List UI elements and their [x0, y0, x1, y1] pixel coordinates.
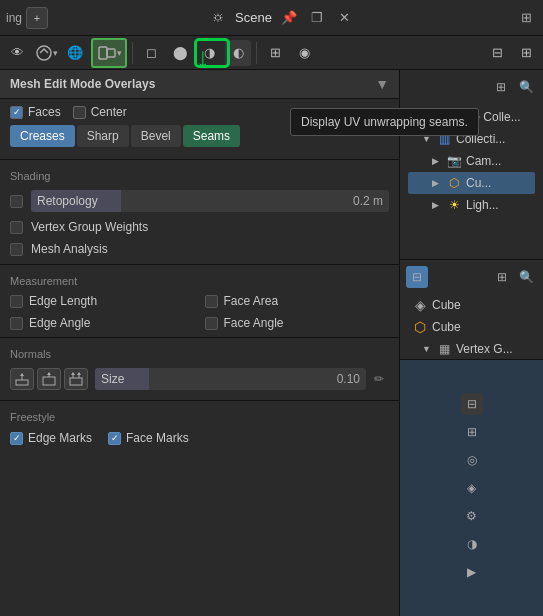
- edge-angle-item[interactable]: Edge Angle: [10, 313, 195, 333]
- normals-icons-row: Size 0.10 ✏: [10, 368, 389, 390]
- gizmo-icon[interactable]: 🌐: [62, 40, 88, 66]
- cube-prop-label-2: Cube: [432, 320, 531, 334]
- svg-rect-9: [70, 378, 82, 385]
- close-icon[interactable]: ✕: [334, 7, 356, 29]
- side-icon-2[interactable]: ⊞: [461, 421, 483, 443]
- properties-panel: ⊟ ⊞ 🔍 ◈ Cube ⬡ Cube ▼ ▦: [400, 260, 543, 360]
- svg-marker-5: [20, 373, 24, 376]
- mesh-analysis-checkbox[interactable]: [10, 243, 23, 256]
- outliner-filter-icon[interactable]: ⊞: [490, 76, 512, 98]
- faces-checkbox-label[interactable]: ✓ Faces: [10, 105, 61, 119]
- vg-expand-icon: ▼: [422, 344, 432, 354]
- face-angle-label: Face Angle: [224, 316, 284, 330]
- viewport-display-icon[interactable]: ◻: [138, 40, 164, 66]
- side-icon-1[interactable]: ⊟: [461, 393, 483, 415]
- properties-icon-1[interactable]: ⊞: [491, 266, 513, 288]
- face-marks-label[interactable]: ✓ Face Marks: [108, 431, 189, 445]
- right-panel: ⊞ 🔍 ▼ ▥ Scene Colle... ▼ ▥ Collecti... ▶…: [400, 70, 543, 616]
- faces-checkbox[interactable]: ✓: [10, 106, 23, 119]
- properties-vertex-group[interactable]: ▼ ▦ Vertex G...: [408, 338, 535, 360]
- side-icon-6[interactable]: ◑: [461, 533, 483, 555]
- right-icon-2[interactable]: ⊞: [513, 40, 539, 66]
- retopology-value: 0.2 m: [353, 194, 383, 208]
- render-mode-rendered[interactable]: ◐: [225, 40, 251, 66]
- vertex-group-checkbox[interactable]: [10, 221, 23, 234]
- view-toggle-icon[interactable]: ⊞: [515, 7, 537, 29]
- viewport-shading-icon[interactable]: 👁: [4, 40, 30, 66]
- edge-marks-checkbox[interactable]: ✓: [10, 432, 23, 445]
- outliner-camera[interactable]: ▶ 📷 Cam...: [408, 150, 535, 172]
- edge-marks-text: Edge Marks: [28, 431, 92, 445]
- vertex-group-prop-label: Vertex G...: [456, 342, 531, 356]
- properties-scene-icon[interactable]: ⊟: [406, 266, 428, 288]
- main-content: Mesh Edit Mode Overlays ▼ ✓ Faces Center…: [0, 70, 543, 616]
- edge-length-item[interactable]: Edge Length: [10, 291, 195, 311]
- normals-edit-icon[interactable]: ✏: [369, 368, 389, 390]
- properties-cube-2[interactable]: ⬡ Cube: [408, 316, 535, 338]
- add-button[interactable]: +: [26, 7, 48, 29]
- outliner-cube[interactable]: ▶ ⬡ Cu...: [408, 172, 535, 194]
- outliner-search-icon[interactable]: 🔍: [515, 76, 537, 98]
- outliner-header-icons: ⊞ 🔍: [404, 74, 539, 100]
- faces-label: Faces: [28, 105, 61, 119]
- vertex-group-label: Vertex Group Weights: [31, 220, 389, 234]
- side-icon-3[interactable]: ◎: [461, 449, 483, 471]
- normals-size-slider[interactable]: Size 0.10: [95, 368, 366, 390]
- panel-close-button[interactable]: ▼: [375, 76, 389, 92]
- normals-split-icon[interactable]: [64, 368, 88, 390]
- side-icon-4[interactable]: ◈: [461, 477, 483, 499]
- properties-cube-1[interactable]: ◈ Cube: [408, 294, 535, 316]
- expand-icon-3: ▶: [432, 156, 442, 166]
- bevel-tab[interactable]: Bevel: [131, 125, 181, 147]
- face-marks-checkbox[interactable]: ✓: [108, 432, 121, 445]
- seams-tab[interactable]: Seams: [183, 125, 240, 147]
- face-angle-checkbox[interactable]: [205, 317, 218, 330]
- proportional-icon[interactable]: ◉: [291, 40, 317, 66]
- retopology-checkbox[interactable]: [10, 195, 23, 208]
- edge-marks-label[interactable]: ✓ Edge Marks: [10, 431, 92, 445]
- edge-angle-checkbox[interactable]: [10, 317, 23, 330]
- properties-list: ◈ Cube ⬡ Cube ▼ ▦ Vertex G...: [404, 290, 539, 364]
- normals-face-icon[interactable]: [37, 368, 61, 390]
- pin-icon[interactable]: 📌: [278, 7, 300, 29]
- center-checkbox[interactable]: [73, 106, 86, 119]
- edge-angle-label: Edge Angle: [29, 316, 90, 330]
- copy-icon[interactable]: ❐: [306, 7, 328, 29]
- divider-4: [0, 400, 399, 401]
- size-label: Size: [101, 372, 337, 386]
- side-icon-7[interactable]: ▶: [461, 561, 483, 583]
- sharp-tab[interactable]: Sharp: [77, 125, 129, 147]
- mesh-analysis-row[interactable]: Mesh Analysis: [0, 238, 399, 260]
- expand-icon-4: ▶: [432, 178, 442, 188]
- uv-overlay-icon[interactable]: ▾: [91, 38, 127, 68]
- outliner-panel: ⊞ 🔍 ▼ ▥ Scene Colle... ▼ ▥ Collecti... ▶…: [400, 70, 543, 260]
- overlay-panel: Mesh Edit Mode Overlays ▼ ✓ Faces Center…: [0, 70, 400, 616]
- size-value: 0.10: [337, 372, 360, 386]
- scene-icon[interactable]: ⛭: [207, 7, 229, 29]
- cube-prop-icon-1: ◈: [412, 297, 428, 313]
- freestyle-section: Freestyle ✓ Edge Marks ✓ Face Marks: [0, 405, 399, 451]
- properties-header-icons: ⊟ ⊞ 🔍: [404, 264, 539, 290]
- toolbar-separator-2: [256, 42, 257, 64]
- center-checkbox-label[interactable]: Center: [73, 105, 127, 119]
- retopology-slider[interactable]: Retopology 0.2 m: [31, 190, 389, 212]
- overlay-dropdown-icon[interactable]: ▾: [33, 40, 59, 66]
- face-angle-item[interactable]: Face Angle: [205, 313, 390, 333]
- snap-icon[interactable]: ⊞: [262, 40, 288, 66]
- side-icon-5[interactable]: ⚙: [461, 505, 483, 527]
- second-toolbar: 👁 ▾ 🌐 ▾ ◻ ⬤ ◑ ◐ ⊞ ◉ ⊟ ⊞: [0, 36, 543, 70]
- face-area-checkbox[interactable]: [205, 295, 218, 308]
- app-label: ing: [6, 11, 22, 25]
- right-icon-1[interactable]: ⊟: [484, 40, 510, 66]
- face-area-item[interactable]: Face Area: [205, 291, 390, 311]
- edge-length-checkbox[interactable]: [10, 295, 23, 308]
- creases-tab[interactable]: Creases: [10, 125, 75, 147]
- cube-label: Cu...: [466, 176, 531, 190]
- outliner-light[interactable]: ▶ ☀ Ligh...: [408, 194, 535, 216]
- render-mode-solid[interactable]: ⬤: [167, 40, 193, 66]
- normals-vertex-icon[interactable]: [10, 368, 34, 390]
- properties-search[interactable]: 🔍: [515, 266, 537, 288]
- svg-marker-13: [77, 372, 81, 375]
- render-mode-material[interactable]: ◑: [196, 40, 222, 66]
- vertex-group-row[interactable]: Vertex Group Weights: [0, 216, 399, 238]
